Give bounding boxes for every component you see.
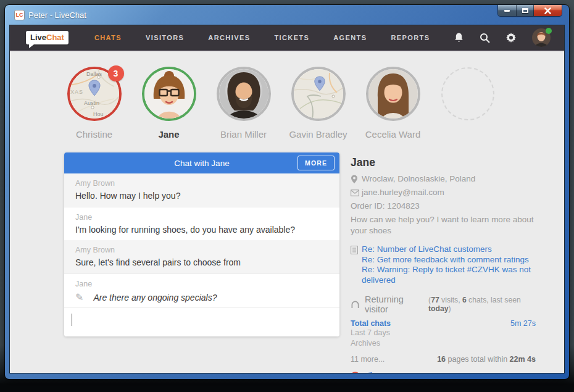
- chat-message: Amy Brown Sure, let's find several pairs…: [64, 240, 339, 273]
- svg-text:Dallas: Dallas: [86, 71, 102, 77]
- more-pages-link[interactable]: 11 more...: [351, 355, 385, 364]
- customer-avatar-jane[interactable]: [142, 67, 196, 121]
- customer-jane: Jane: [131, 67, 206, 140]
- visitor-status-row: Returning visitor (77 visits, 6 chats, l…: [351, 294, 536, 314]
- chrome-browser-icon: [351, 372, 360, 373]
- app-content: LiveChat CHATS VISITORS ARCHIVES TICKETS…: [9, 25, 565, 373]
- more-button[interactable]: MORE: [297, 156, 335, 170]
- browser-ip-row: IP: 63.139.234.64: [351, 372, 536, 373]
- pages-duration: 22m 4s: [510, 355, 536, 364]
- windows-os-icon: [364, 372, 372, 374]
- customer-strip: Dallas XAS Austin Hou 3 Christine: [10, 67, 564, 140]
- tab-visitors[interactable]: VISITORS: [146, 34, 184, 41]
- customer-empty-slot: [430, 67, 505, 140]
- customer-name: Christine: [76, 129, 112, 140]
- chat-message-typing: Jane ✎ Are there any ongoing specials?: [64, 273, 339, 307]
- maximize-button[interactable]: [516, 5, 534, 16]
- last-7-days-label: Last 7 days: [351, 328, 536, 338]
- customer-avatar-cecelia[interactable]: [366, 67, 420, 121]
- customer-brian: Brian Miller: [206, 67, 281, 140]
- photo-avatar: [368, 69, 418, 119]
- pages-total: 16 pages total within 22m 4s: [437, 355, 536, 364]
- chat-message-input[interactable]: [64, 307, 339, 336]
- close-icon: [544, 7, 551, 14]
- pre-chat-question: How can we help you? I want to learn mor…: [351, 214, 536, 236]
- ticket-link[interactable]: Re: Number of LiveChat customers: [362, 244, 536, 255]
- tab-archives[interactable]: ARCHIVES: [208, 34, 250, 41]
- customer-name-selected: Jane: [158, 129, 179, 140]
- nav-menu: CHATS VISITORS ARCHIVES TICKETS AGENTS R…: [94, 34, 430, 41]
- message-author: Amy Brown: [75, 246, 328, 254]
- email-envelope-icon: [351, 188, 362, 196]
- detail-location-row: Wroclaw, Dolnoslaskie, Poland: [351, 173, 536, 185]
- photo-avatar: [144, 69, 194, 119]
- customer-cecelia: Cecelia Ward: [356, 67, 430, 140]
- text-caret: [72, 314, 72, 326]
- minimize-button[interactable]: [498, 5, 516, 16]
- livechat-logo[interactable]: LiveChat: [26, 31, 69, 44]
- total-chats-row: Total chats 5m 27s: [351, 319, 536, 328]
- last-seen: today: [428, 304, 449, 313]
- detail-order-id: Order ID: 1204823: [351, 201, 420, 212]
- typing-pencil-icon: ✎: [75, 291, 83, 303]
- logo-text-live: Live: [30, 33, 46, 42]
- title-bar: LC Peter - LiveChat: [5, 5, 569, 25]
- customer-name: Gavin Bradley: [289, 129, 347, 140]
- svg-text:Hou: Hou: [93, 111, 104, 117]
- detail-customer-name: Jane: [351, 156, 536, 169]
- agent-avatar[interactable]: [532, 28, 551, 47]
- map-avatar: [294, 69, 343, 119]
- total-chats-link[interactable]: Total chats: [351, 319, 391, 328]
- visitor-stats: (77 visits, 6 chats, last seen today): [428, 296, 536, 313]
- logo-text-chat: Chat: [46, 33, 64, 42]
- close-button[interactable]: [534, 5, 562, 16]
- window-title: Peter - LiveChat: [28, 10, 86, 20]
- customer-avatar-christine[interactable]: Dallas XAS Austin Hou 3: [67, 67, 122, 121]
- tab-chats[interactable]: CHATS: [94, 34, 122, 41]
- pages-summary-row: 11 more... 16 pages total within 22m 4s: [351, 355, 536, 364]
- online-status-dot: [546, 28, 552, 34]
- message-author: Jane: [75, 213, 328, 222]
- customer-name: Brian Miller: [220, 129, 267, 140]
- pages-count: 16: [437, 355, 446, 364]
- minimize-icon: [504, 10, 510, 12]
- message-author: Amy Brown: [75, 179, 328, 188]
- customer-avatar-gavin[interactable]: [291, 67, 346, 121]
- tickets-block: Re: Number of LiveChat customers Re: Get…: [351, 244, 536, 285]
- message-author: Jane: [75, 280, 328, 288]
- ticket-document-icon: [351, 246, 362, 285]
- detail-email-row: jane.hurley@mail.com: [351, 187, 536, 198]
- detail-location: Wroclaw, Dolnoslaskie, Poland: [362, 173, 475, 185]
- customer-gavin: Gavin Bradley: [281, 67, 356, 140]
- detail-order-id-row: Order ID: 1204823: [351, 201, 536, 212]
- main-navbar: LiveChat CHATS VISITORS ARCHIVES TICKETS…: [10, 25, 564, 51]
- settings-gear-icon[interactable]: [505, 32, 517, 43]
- svg-text:XAS: XAS: [70, 89, 83, 95]
- chat-message: Jane I'm looking for running shoes, do y…: [64, 207, 339, 240]
- customer-name: Cecelia Ward: [365, 129, 420, 140]
- tab-agents[interactable]: AGENTS: [333, 34, 367, 41]
- archives-label: Archives: [351, 338, 536, 349]
- tab-reports[interactable]: REPORTS: [391, 34, 430, 41]
- customer-avatar-brian[interactable]: [217, 67, 271, 121]
- message-text: Sure, let's find several pairs to choose…: [75, 257, 328, 267]
- chat-title: Chat with Jane: [174, 159, 229, 168]
- search-icon[interactable]: [480, 33, 490, 43]
- ticket-link[interactable]: Re: Get more feedback with comment ratin…: [362, 255, 536, 265]
- location-pin-icon: [351, 175, 362, 184]
- message-text: I'm looking for running shoes, do you ha…: [75, 225, 328, 235]
- window-controls: [498, 5, 562, 16]
- customer-christine: Dallas XAS Austin Hou 3 Christine: [57, 67, 131, 140]
- app-window: LC Peter - LiveChat LiveChat CHATS VISIT…: [5, 5, 569, 379]
- detail-question-row: How can we help you? I want to learn mor…: [351, 214, 536, 236]
- svg-text:Austin: Austin: [84, 100, 99, 106]
- nav-right-icons: [454, 28, 551, 47]
- sneak-peek-text: Are there any ongoing specials?: [93, 293, 217, 302]
- notifications-bell-icon[interactable]: [454, 32, 464, 43]
- ticket-link[interactable]: Re: Warning: Reply to ticket #CZVHK was …: [362, 265, 536, 285]
- queued-chats-badge: 3: [108, 65, 124, 81]
- tab-tickets[interactable]: TICKETS: [274, 34, 309, 41]
- chats-count: 6: [462, 296, 467, 304]
- returning-visitor-icon: [351, 300, 360, 309]
- empty-slot-placeholder: [441, 67, 494, 120]
